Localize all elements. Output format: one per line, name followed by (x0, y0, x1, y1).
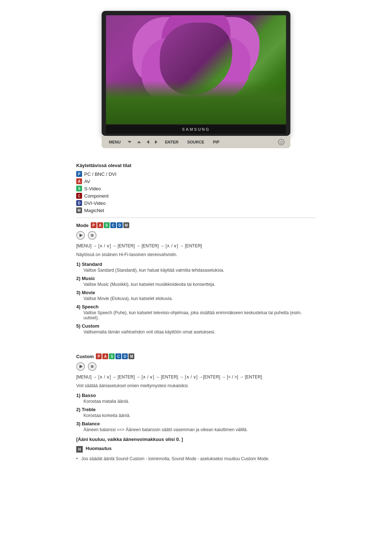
item-desc: Ääneen balanssi ==> Ääneen balanssin sää… (83, 427, 316, 432)
custom-section: Custom P A S C D M [MENU] → [∧ / ∨] → [E… (76, 353, 316, 461)
divider (76, 218, 316, 218)
custom-badge-p: P (96, 353, 102, 359)
list-item: A AV (76, 178, 316, 184)
badge-d: D (76, 200, 82, 206)
badge-m: M (76, 207, 82, 213)
item-num: 5) (76, 323, 81, 329)
mode-badge-d: D (117, 222, 123, 228)
input-label-component: Component (84, 193, 109, 199)
custom-badge-c: C (115, 353, 121, 359)
enter-button[interactable]: ENTER (163, 139, 180, 145)
item-num: 2) (76, 276, 81, 281)
monitor-section: SAMSUNG MENU ENTER SOURCE PIP (0, 0, 392, 155)
power-button[interactable] (278, 139, 285, 145)
section-gap (76, 339, 316, 346)
custom-nav-path: [MENU] → [∧ / ∨] → [ENTER] → [∧ / ∨] → [… (76, 374, 316, 380)
custom-list: 1) Basso Korostaa matalia ääniä. 2) Treb… (76, 393, 316, 432)
mode-badge-p: P (91, 222, 97, 228)
input-label-pc: PC / BNC / DVI (84, 171, 117, 177)
available-modes-title: Käytettävissä olevat tilat (76, 163, 316, 168)
custom-badge-d: D (122, 353, 128, 359)
input-label-dvi: DVI-Video (84, 200, 106, 206)
menu-button[interactable]: MENU (107, 139, 122, 145)
badge-a: A (76, 178, 82, 184)
item-title: Treble (82, 407, 95, 412)
item-num: 1) (76, 393, 81, 398)
mode-nav-path: [MENU] → [∧ / ∨] → [ENTER] → [ENTER] → [… (76, 243, 316, 248)
content-section: Käytettävissä olevat tilat P PC / BNC / … (0, 155, 392, 470)
list-item: D DVI-Video (76, 200, 316, 206)
custom-play-icon (76, 362, 85, 371)
item-num: 3) (76, 290, 81, 295)
left-arrow-icon[interactable] (147, 140, 149, 144)
list-item: S S-Video (76, 186, 316, 191)
circle-inner-icon (91, 234, 94, 237)
mode-header: Mode P A S C D M (76, 222, 316, 228)
mode-description: Näytössä on sisäinen Hi-Fi-tasoinen ster… (76, 252, 316, 257)
down-arrow-icon[interactable] (128, 141, 131, 143)
list-item: M MagicNet (76, 207, 316, 213)
play-icon (76, 231, 85, 240)
list-item: 2) Music Valitse Music (Musiikki), kun k… (76, 276, 316, 287)
item-title: Standard (82, 262, 102, 267)
source-button[interactable]: SOURCE (186, 139, 206, 145)
tv-outer: SAMSUNG (102, 11, 290, 136)
mode-badge-a: A (97, 222, 103, 228)
note-box: H Huomautus (76, 446, 316, 453)
tv-brand-bar: SAMSUNG (106, 125, 286, 134)
badge-s: S (76, 186, 82, 191)
mode-list: 1) Standard Valitse Sandard (Standardi),… (76, 262, 316, 335)
custom-icons-row (76, 362, 316, 371)
tv-controls: MENU ENTER SOURCE PIP (102, 136, 290, 148)
up-arrow-icon[interactable] (137, 141, 141, 143)
custom-badges: P A S C D M (96, 353, 134, 359)
item-desc: Valitsemalla tämän vaihtoehdon voit otta… (83, 329, 316, 335)
input-list: P PC / BNC / DVI A AV S S-Video C Compon… (76, 171, 316, 213)
item-desc: Korostaa matalia ääniä. (83, 399, 316, 404)
list-item: P PC / BNC / DVI (76, 171, 316, 177)
item-num: 3) (76, 421, 81, 426)
mode-label: Mode (76, 223, 89, 228)
item-title: Balance (82, 421, 100, 426)
tv-screen (106, 15, 286, 124)
input-label-av: AV (84, 179, 90, 184)
list-item: 3) Balance Ääneen balanssi ==> Ääneen ba… (76, 421, 316, 432)
list-item: 3) Movie Valitse Movie (Elokuva), kun ka… (76, 290, 316, 301)
input-label-magicnet: MagicNet (84, 208, 104, 213)
custom-description: Voit säätää ääniasetukset omien mieltymy… (76, 383, 316, 388)
item-num: 4) (76, 304, 81, 309)
custom-circle-icon (88, 362, 97, 371)
item-title: Basso (82, 393, 96, 398)
item-title: Music (82, 276, 95, 281)
custom-badge-s: S (109, 353, 115, 359)
right-arrow-icon[interactable] (155, 140, 158, 144)
custom-label: Custom (76, 354, 94, 359)
custom-header: Custom P A S C D M (76, 353, 316, 359)
mode-badges: P A S C D M (91, 222, 129, 228)
badge-c: C (76, 193, 82, 199)
list-item: 1) Standard Valitse Sandard (Standardi),… (76, 262, 316, 273)
badge-p: P (76, 171, 82, 177)
list-item: 1) Basso Korostaa matalia ääniä. (76, 393, 316, 404)
note-label: Huomautus (86, 446, 112, 451)
item-title: Custom (82, 323, 99, 329)
bullet-notes: Jos säädät ääntä Sound Custom - toiminno… (76, 456, 316, 461)
custom-circle-inner-icon (91, 365, 94, 368)
custom-badge-m: M (128, 353, 134, 359)
tv-brand: SAMSUNG (182, 127, 210, 131)
item-title: Speech (82, 304, 98, 309)
list-item: 2) Treble Korostaa korkeita ääniä. (76, 407, 316, 418)
mode-icons-row (76, 231, 316, 240)
list-item: 5) Custom Valitsemalla tämän vaihtoehdon… (76, 323, 316, 335)
mode-badge-c: C (110, 222, 116, 228)
custom-play-triangle-icon (79, 365, 83, 368)
bullet-note-item: Jos säädät ääntä Sound Custom - toiminno… (76, 456, 316, 461)
input-label-svideo: S-Video (84, 186, 101, 191)
item-title: Movie (82, 290, 95, 295)
pip-button[interactable]: PIP (212, 139, 221, 145)
item-desc: Korostaa korkeita ääniä. (83, 413, 316, 418)
item-desc: Valitse Sandard (Standardi), kun haluat … (83, 268, 316, 273)
circle-icon (88, 231, 97, 240)
list-item: 4) Speech Valitse Speech (Puhe), kun kat… (76, 304, 316, 320)
item-desc: Valitse Music (Musiikki), kun katselet m… (83, 282, 316, 287)
